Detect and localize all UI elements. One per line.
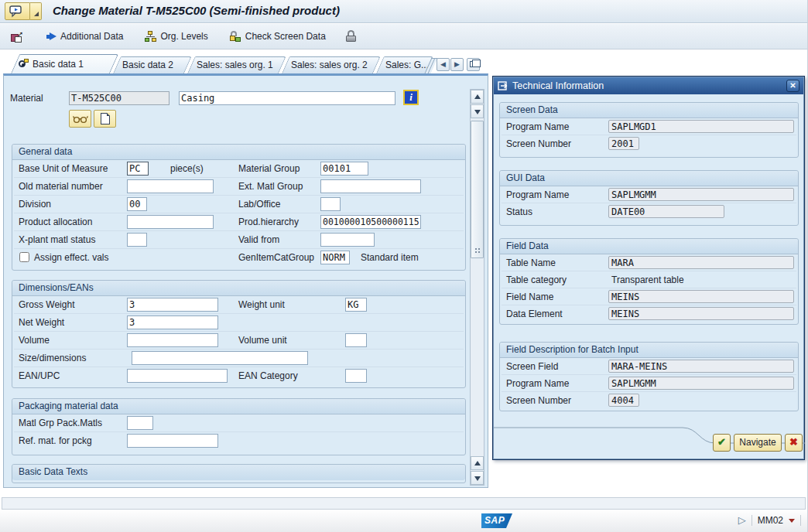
application-toolbar: ➚ Additional Data Org. Levels Check Scre… xyxy=(0,24,807,49)
vertical-scrollbar[interactable] xyxy=(470,89,484,486)
dialog-icon xyxy=(498,81,508,90)
field-label: Weight unit xyxy=(238,299,285,310)
batch-screen-number-field[interactable] xyxy=(608,394,639,407)
field-label: Size/dimensions xyxy=(19,353,86,363)
material-number-input[interactable] xyxy=(69,91,169,105)
tab-sales-org-2[interactable]: Sales: sales org. 2 xyxy=(282,56,373,73)
scroll-up-button-bottom[interactable] xyxy=(471,456,484,470)
group-title: Dimensions/EANs xyxy=(12,281,465,296)
xplant-status-input[interactable] xyxy=(127,233,147,247)
additional-data-button[interactable]: Additional Data xyxy=(42,29,126,44)
material-description-input[interactable] xyxy=(179,91,395,105)
page-title: Change Material T-M525C00 (Semi-finished… xyxy=(53,4,340,17)
field-data-group: Field Data Table Name Table category Tra… xyxy=(499,238,799,325)
field-label: Net Weight xyxy=(19,317,64,328)
org-chart-icon xyxy=(145,31,156,43)
org-levels-button[interactable]: Org. Levels xyxy=(142,29,211,45)
weight-unit-input[interactable] xyxy=(345,298,367,312)
tab-scroll-right-button[interactable]: ▶ xyxy=(450,58,464,71)
ref-mat-pckg-input[interactable] xyxy=(127,434,218,448)
group-title: Packaging material data xyxy=(12,399,465,414)
basic-data-1-panel: Material i General data Base Unit of Mea… xyxy=(3,73,488,488)
old-material-input[interactable] xyxy=(127,179,214,193)
field-label: Table category xyxy=(506,275,567,285)
services-dropdown-button[interactable] xyxy=(30,2,42,20)
division-input[interactable] xyxy=(127,197,147,211)
thumb-grip xyxy=(474,247,481,254)
field-label: Valid from xyxy=(238,234,279,245)
performance-icon[interactable]: ▷ xyxy=(738,514,746,526)
gui-data-group: GUI Data Program Name Status xyxy=(499,170,799,226)
tab-basic-data-1[interactable]: Basic data 1 xyxy=(11,54,110,73)
document-icon xyxy=(101,113,110,124)
field-name-field[interactable] xyxy=(608,290,794,303)
tab-sales-general[interactable]: Sales: G... xyxy=(376,56,426,73)
ext-matl-group-input[interactable] xyxy=(320,179,421,193)
basic-data-texts-group: Basic Data Texts xyxy=(12,464,466,483)
gui-program-name-field[interactable] xyxy=(608,188,794,201)
lab-office-input[interactable] xyxy=(320,197,341,211)
info-button[interactable]: i xyxy=(403,90,419,105)
dialog-close-button[interactable]: ✕ xyxy=(786,80,799,92)
screen-data-group: Screen Data Program Name Screen Number xyxy=(499,102,799,158)
services-button[interactable] xyxy=(5,2,30,20)
product-allocation-input[interactable] xyxy=(127,215,214,229)
screen-program-name-field[interactable] xyxy=(608,120,794,133)
group-title: Field Data xyxy=(500,239,798,254)
scroll-down-button-bottom[interactable] xyxy=(471,471,484,485)
prod-hierarchy-input[interactable] xyxy=(320,215,421,229)
material-group-input[interactable] xyxy=(320,162,368,176)
field-label: Old material number xyxy=(19,181,103,192)
group-title: GUI Data xyxy=(500,171,798,186)
field-label: Screen Field xyxy=(506,361,558,372)
scrollbar-thumb[interactable] xyxy=(471,121,484,258)
gross-weight-input[interactable] xyxy=(127,298,218,312)
matl-grp-pack-input[interactable] xyxy=(127,416,153,430)
title-bar: Change Material T-M525C00 (Semi-finished… xyxy=(0,0,807,23)
tab-basic-data-2[interactable]: Basic data 2 xyxy=(113,56,184,73)
packaging-group: Packaging material data Matl Grp Pack.Ma… xyxy=(12,398,466,455)
volume-unit-input[interactable] xyxy=(345,333,367,347)
screen-navigation-button[interactable]: ➚ xyxy=(8,29,26,45)
batch-screen-field[interactable] xyxy=(608,360,794,373)
tab-overview-button[interactable] xyxy=(467,58,480,71)
check-screen-icon xyxy=(230,31,241,43)
additional-data-label: Additional Data xyxy=(60,31,123,42)
table-name-field[interactable] xyxy=(608,256,794,269)
field-label: Screen Number xyxy=(506,395,571,406)
tab-scroll-left-button[interactable]: ◀ xyxy=(437,58,450,71)
valid-from-input[interactable] xyxy=(320,233,375,247)
size-dimensions-input[interactable] xyxy=(132,351,308,365)
scroll-down-button[interactable] xyxy=(471,104,484,118)
overlapping-windows-icon: ➚ xyxy=(11,31,23,43)
display-glasses-button[interactable] xyxy=(69,110,91,128)
volume-input[interactable] xyxy=(127,333,218,347)
batch-program-name-field[interactable] xyxy=(608,377,794,390)
field-label: Program Name xyxy=(506,189,569,200)
tab-sales-org-1[interactable]: Sales: sales org. 1 xyxy=(187,56,279,73)
check-screen-data-button[interactable]: Check Screen Data xyxy=(227,29,329,45)
cancel-button[interactable]: ✖ xyxy=(785,434,803,452)
gen-item-cat-input[interactable] xyxy=(320,251,350,264)
base-unit-input[interactable] xyxy=(127,162,149,176)
field-label: Ref. mat. for pckg xyxy=(19,435,92,446)
screen-number-field[interactable] xyxy=(608,137,639,150)
create-document-button[interactable] xyxy=(94,110,116,128)
dialog-title-bar[interactable]: Technical Information ✕ xyxy=(494,77,803,94)
ean-upc-input[interactable] xyxy=(127,369,228,383)
ean-category-input[interactable] xyxy=(345,369,367,383)
gui-status-field[interactable] xyxy=(608,205,724,218)
field-label: Status xyxy=(506,206,532,217)
scroll-up-button[interactable] xyxy=(471,90,484,104)
glasses-icon xyxy=(73,114,88,124)
gen-item-text: Standard item xyxy=(361,252,419,263)
confirm-button[interactable]: ✔ xyxy=(713,434,731,452)
navigate-button[interactable]: Navigate xyxy=(734,434,782,452)
net-weight-input[interactable] xyxy=(127,315,218,329)
field-label: Ext. Matl Group xyxy=(238,181,303,192)
data-element-field[interactable] xyxy=(608,307,794,320)
sap-gui-window: Change Material T-M525C00 (Semi-finished… xyxy=(0,0,808,532)
chevron-down-icon[interactable] xyxy=(789,519,795,523)
field-label: Volume unit xyxy=(238,335,287,346)
assign-effect-vals-checkbox[interactable] xyxy=(19,252,29,262)
